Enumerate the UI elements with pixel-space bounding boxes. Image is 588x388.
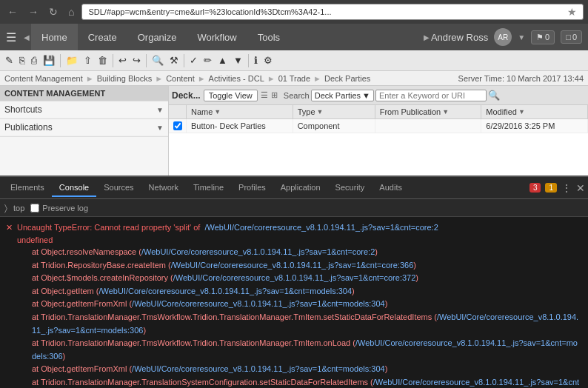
breadcrumb-trade[interactable]: 01 Trade bbox=[278, 74, 310, 83]
checkin-button[interactable]: ✓ bbox=[187, 53, 200, 67]
main-area: CONTENT MANAGEMENT Shortcuts ▼ Publicati… bbox=[0, 86, 588, 175]
flag-icon: ⚑ bbox=[536, 33, 544, 42]
list-view-icon[interactable]: ☰ bbox=[261, 90, 268, 100]
toggle-view-button[interactable]: Toggle View bbox=[204, 90, 258, 101]
tab-timeline[interactable]: Timeline bbox=[186, 179, 231, 197]
undo-button[interactable]: ↩ bbox=[116, 53, 129, 67]
stack-line-5: at Object.getItemFromXml (/WebUI/Core/co… bbox=[32, 298, 582, 311]
delete-button[interactable]: 🗑 bbox=[96, 53, 110, 67]
url-text: SDL/#app=wcm&entry=cme&url=%23locationId… bbox=[88, 7, 564, 16]
error-link-1[interactable]: /WebUI/Core/coreresource_v8.1.0.194.11_.… bbox=[204, 223, 438, 232]
address-bar[interactable]: SDL/#app=wcm&entry=cme&url=%23locationId… bbox=[81, 4, 584, 20]
tab-console[interactable]: Console bbox=[52, 179, 96, 197]
breadcrumb-deck-parties[interactable]: Deck Parties bbox=[324, 74, 370, 83]
tab-profiles[interactable]: Profiles bbox=[231, 179, 273, 197]
unpublish-button[interactable]: ▼ bbox=[231, 53, 245, 67]
table-row[interactable]: Button- Deck Parties Component 6/29/2016… bbox=[169, 119, 588, 133]
stack-link-5[interactable]: /WebUI/Core/coreresource_v8.1.0.194.11_.… bbox=[132, 299, 385, 308]
tab-sources[interactable]: Sources bbox=[96, 179, 141, 197]
forward-button[interactable]: → bbox=[25, 4, 41, 19]
error-main-line: Uncaught TypeError: Cannot read property… bbox=[17, 221, 582, 234]
warn-count-badge: 1 bbox=[545, 183, 557, 193]
tab-network[interactable]: Network bbox=[141, 179, 186, 197]
server-time: Server Time: 10 March 2017 13:44 bbox=[458, 74, 584, 83]
separator-3 bbox=[146, 54, 147, 67]
row-modified: 6/29/2016 3:25 PM bbox=[481, 119, 588, 133]
copy-button[interactable]: ⎘ bbox=[17, 53, 27, 67]
search-input[interactable] bbox=[375, 90, 487, 101]
stack-link-7[interactable]: /WebUI/Core/coreresource_v8.1.0.194.11_.… bbox=[32, 338, 578, 361]
info-button[interactable]: ℹ bbox=[252, 53, 260, 67]
stack-line-3: at Object.$models.createInRepository (/W… bbox=[32, 272, 582, 285]
stack-link-6[interactable]: /WebUI/Core/coreresource_v8.1.0.194.11_.… bbox=[32, 312, 578, 335]
breadcrumb-building-blocks[interactable]: Building Blocks bbox=[97, 74, 153, 83]
refresh-button[interactable]: ↻ bbox=[46, 4, 61, 19]
new-item-button[interactable]: ✎ bbox=[3, 53, 16, 67]
nav-tools[interactable]: Tools bbox=[247, 24, 290, 50]
dropdown-icon: ▼ bbox=[362, 91, 370, 100]
tab-application[interactable]: Application bbox=[273, 179, 328, 197]
flag-button[interactable]: ⚑ 0 bbox=[531, 30, 555, 44]
preserve-log-checkbox[interactable] bbox=[30, 204, 39, 213]
console-error-text: Uncaught TypeError: Cannot read property… bbox=[17, 221, 582, 388]
col-publication[interactable]: From Publication ▼ bbox=[375, 105, 482, 118]
breadcrumb-content[interactable]: Content bbox=[166, 74, 195, 83]
publications-item[interactable]: Publications ▼ bbox=[0, 119, 168, 136]
bookmark-icon[interactable]: ★ bbox=[567, 6, 577, 18]
devtools-close-icon[interactable]: ✕ bbox=[576, 182, 585, 194]
col-name[interactable]: Name ▼ bbox=[187, 105, 293, 118]
filter-button[interactable]: ⚒ bbox=[167, 53, 181, 67]
nav-arrow-right[interactable]: ▶ bbox=[422, 33, 431, 41]
content-management-section: CONTENT MANAGEMENT bbox=[0, 86, 168, 101]
col-type[interactable]: Type ▼ bbox=[293, 105, 375, 118]
settings-button[interactable]: ⚙ bbox=[261, 53, 275, 67]
stack-link-1[interactable]: /WebUI/Core/coreresource_v8.1.0.194.11_.… bbox=[141, 247, 375, 256]
content-toolbar: Deck... Toggle View ☰ ⊞ Search Deck Part… bbox=[169, 86, 588, 105]
row-checkbox[interactable] bbox=[169, 119, 187, 133]
col-modified[interactable]: Modified ▼ bbox=[481, 105, 588, 118]
stack-link-3[interactable]: /WebUI/Core/coreresource_v8.1.0.194.11_.… bbox=[173, 273, 416, 282]
publish-button[interactable]: ▲ bbox=[216, 53, 230, 67]
nav-workflow[interactable]: Workflow bbox=[187, 24, 247, 50]
stack-link-2[interactable]: /WebUI/Core/coreresource_v8.1.0.194.11_.… bbox=[171, 261, 414, 270]
nav-arrow-left[interactable]: ◀ bbox=[22, 33, 31, 41]
hamburger-icon[interactable]: ☰ bbox=[6, 30, 16, 44]
search-toolbar-button[interactable]: 🔍 bbox=[150, 53, 166, 67]
search-label: Search bbox=[284, 91, 310, 100]
nav-organize[interactable]: Organize bbox=[127, 24, 187, 50]
tab-elements[interactable]: Elements bbox=[3, 179, 52, 197]
col-mod-sort-icon: ▼ bbox=[518, 108, 525, 116]
search-go-button[interactable]: 🔍 bbox=[488, 90, 500, 101]
tab-security[interactable]: Security bbox=[328, 179, 372, 197]
nav-create[interactable]: Create bbox=[78, 24, 127, 50]
paste-button[interactable]: ⎙ bbox=[29, 53, 39, 67]
user-dropdown-icon[interactable]: ▼ bbox=[518, 33, 525, 41]
row-check-input[interactable] bbox=[173, 121, 182, 130]
save-button[interactable]: 💾 bbox=[41, 53, 57, 67]
col-pub-sort-icon: ▼ bbox=[442, 108, 449, 116]
nav-home[interactable]: Home bbox=[31, 24, 78, 50]
stack-link-4[interactable]: /WebUI/Core/coreresource_v8.1.0.194.11_.… bbox=[98, 287, 352, 295]
shortcuts-dropdown-icon: ▼ bbox=[156, 106, 164, 114]
back-button[interactable]: ← bbox=[4, 4, 21, 19]
breadcrumb-content-management[interactable]: Content Management bbox=[4, 74, 83, 83]
stack-link-8[interactable]: /WebUI/Core/coreresource_v8.1.0.194.11_.… bbox=[132, 364, 385, 373]
devtools-more-icon[interactable]: ⋮ bbox=[561, 182, 572, 194]
preserve-log-check[interactable]: Preserve log bbox=[30, 204, 88, 213]
separator-1 bbox=[60, 54, 61, 67]
browser-toolbar: ← → ↻ ⌂ SDL/#app=wcm&entry=cme&url=%23lo… bbox=[0, 0, 588, 24]
folder-button[interactable]: 📁 bbox=[64, 53, 80, 67]
shortcuts-item[interactable]: Shortcuts ▼ bbox=[0, 101, 168, 118]
upload-button[interactable]: ⇧ bbox=[81, 53, 94, 67]
search-folder-dropdown[interactable]: Deck Parties ▼ bbox=[311, 90, 374, 101]
checkout-button[interactable]: ✏ bbox=[201, 53, 214, 67]
redo-button[interactable]: ↪ bbox=[130, 53, 143, 67]
breadcrumb-activities[interactable]: Activities - DCL bbox=[209, 74, 264, 83]
basket-button[interactable]: □ 0 bbox=[561, 30, 582, 44]
context-top-label: top bbox=[13, 204, 24, 213]
devtools-filter-icon[interactable]: 〉 bbox=[4, 203, 7, 213]
tab-audits[interactable]: Audits bbox=[372, 179, 410, 197]
home-button[interactable]: ⌂ bbox=[65, 4, 77, 19]
stack-link-9[interactable]: /WebUI/Core/coreresource_v8.1.0.194.11_.… bbox=[32, 378, 579, 388]
grid-view-icon[interactable]: ⊞ bbox=[271, 90, 278, 100]
